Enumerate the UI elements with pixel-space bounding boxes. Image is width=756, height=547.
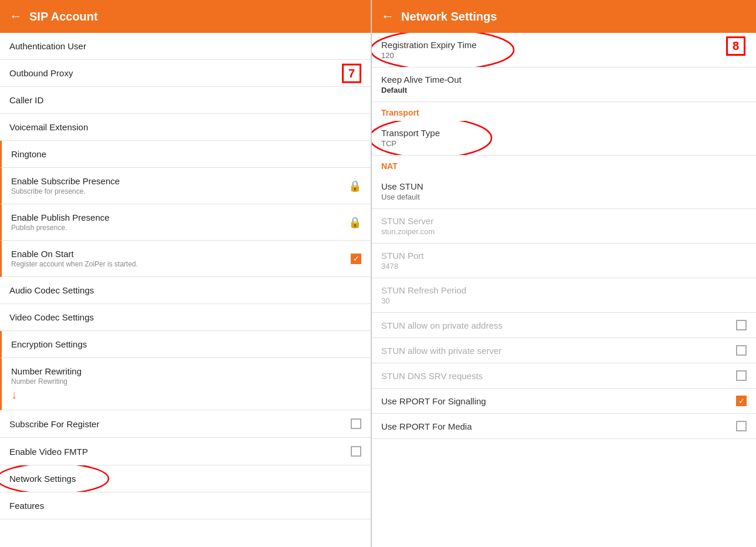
reg-expiry-value: 120	[381, 51, 477, 60]
checkbox-stun-private[interactable]	[736, 320, 747, 330]
right-item-stun-dns[interactable]: STUN DNS SRV requests	[372, 363, 756, 389]
right-item-use-rport-signalling[interactable]: Use RPORT For Signalling ✓	[372, 389, 756, 414]
features-label: Features	[9, 501, 44, 511]
right-item-stun-server[interactable]: STUN Server stun.zoiper.com	[372, 209, 756, 244]
left-item-features[interactable]: Features	[0, 492, 371, 519]
checkbox-on-start[interactable]: ✓	[351, 254, 361, 264]
outbound-proxy-label: Outbound Proxy	[9, 68, 73, 78]
stun-refresh-label: STUN Refresh Period	[381, 285, 466, 295]
right-content: Registration Expiry Time 120 Keep Alive …	[372, 33, 756, 547]
right-item-stun-port[interactable]: STUN Port 3478	[372, 244, 756, 278]
right-panel-title: Network Settings	[401, 10, 497, 23]
stun-dns-label: STUN DNS SRV requests	[381, 371, 483, 381]
stun-server-label: STUN Server	[381, 216, 435, 226]
left-item-subscribe-register[interactable]: Subscribe For Register	[0, 410, 371, 438]
right-item-keep-alive[interactable]: Keep Alive Time-Out Default	[372, 67, 756, 102]
encryption-label: Encryption Settings	[11, 339, 87, 349]
enable-video-fmtp-label: Enable Video FMTP	[9, 447, 88, 457]
section-transport: Transport	[372, 102, 756, 121]
stun-private-server-label: STUN allow with private server	[381, 346, 501, 356]
annotation-8: 8	[726, 36, 745, 56]
right-item-use-stun[interactable]: Use STUN Use default	[372, 174, 756, 209]
network-settings-label: Network Settings	[9, 474, 76, 484]
left-item-voicemail[interactable]: Voicemail Extension	[0, 114, 371, 141]
left-item-encryption[interactable]: Encryption Settings	[0, 331, 371, 358]
keep-alive-value: Default	[381, 86, 462, 94]
checkbox-subscribe-register[interactable]	[351, 418, 361, 429]
annotation-7: 7	[342, 63, 361, 83]
ringtone-label: Ringtone	[11, 149, 46, 159]
right-item-transport-type[interactable]: Transport Type TCP	[372, 121, 756, 156]
checkbox-stun-dns[interactable]	[736, 370, 747, 381]
lock-icon-publish: 🔒	[348, 216, 361, 229]
checkbox-rport-media[interactable]	[736, 421, 747, 431]
stun-port-label: STUN Port	[381, 251, 424, 261]
left-item-ringtone[interactable]: Ringtone	[0, 141, 371, 168]
enable-subscribe-label: Enable Subscribe Presence	[11, 176, 120, 186]
left-item-video-codec[interactable]: Video Codec Settings	[0, 304, 371, 331]
left-item-auth-user[interactable]: Authentication User	[0, 33, 371, 60]
left-header: ← SIP Account	[0, 0, 371, 33]
use-rport-media-label: Use RPORT For Media	[381, 421, 472, 431]
auth-user-label: Authentication User	[9, 41, 86, 51]
stun-private-label: STUN allow on private address	[381, 320, 503, 330]
right-item-reg-expiry[interactable]: Registration Expiry Time 120	[372, 33, 756, 67]
right-header: ← Network Settings	[372, 0, 756, 33]
use-rport-signalling-label: Use RPORT For Signalling	[381, 396, 486, 406]
right-item-stun-private-server[interactable]: STUN allow with private server	[372, 338, 756, 363]
enable-on-start-label: Enable On Start	[11, 249, 138, 259]
stun-port-value: 3478	[381, 262, 424, 271]
keep-alive-label: Keep Alive Time-Out	[381, 75, 462, 85]
voicemail-label: Voicemail Extension	[9, 122, 88, 132]
left-item-outbound-proxy[interactable]: Outbound Proxy 7	[0, 60, 371, 87]
checkbox-rport-signalling[interactable]: ✓	[736, 396, 747, 406]
left-item-enable-publish[interactable]: Enable Publish Presence Publish presence…	[0, 204, 371, 241]
transport-type-label: Transport Type	[381, 128, 440, 138]
caller-id-label: Caller ID	[9, 95, 43, 105]
left-item-caller-id[interactable]: Caller ID	[0, 87, 371, 114]
stun-server-value: stun.zoiper.com	[381, 227, 435, 236]
left-panel: ← SIP Account Authentication User Outbou…	[0, 0, 372, 547]
left-item-network-settings[interactable]: Network Settings	[0, 465, 371, 492]
left-item-enable-subscribe[interactable]: Enable Subscribe Presence Subscribe for …	[0, 168, 371, 204]
right-item-use-rport-media[interactable]: Use RPORT For Media	[372, 414, 756, 439]
left-item-enable-video-fmtp[interactable]: Enable Video FMTP	[0, 438, 371, 465]
left-panel-title: SIP Account	[29, 10, 98, 23]
enable-publish-label: Enable Publish Presence	[11, 212, 110, 222]
checkbox-video-fmtp[interactable]	[351, 446, 361, 457]
stun-refresh-value: 30	[381, 296, 466, 305]
enable-publish-sublabel: Publish presence.	[11, 224, 110, 232]
lock-icon-subscribe: 🔒	[348, 180, 361, 193]
down-arrow-icon: ↓	[11, 388, 82, 401]
main-container: ← SIP Account Authentication User Outbou…	[0, 0, 756, 547]
use-stun-value: Use default	[381, 193, 423, 201]
audio-codec-label: Audio Codec Settings	[9, 285, 94, 295]
enable-on-start-sublabel: Register account when ZoiPer is started.	[11, 260, 138, 268]
right-item-stun-private[interactable]: STUN allow on private address	[372, 313, 756, 338]
left-item-number-rewriting[interactable]: Number Rewriting Number Rewriting ↓	[0, 358, 371, 410]
reg-expiry-label: Registration Expiry Time	[381, 40, 477, 50]
left-back-button[interactable]: ←	[9, 9, 22, 24]
right-item-stun-refresh[interactable]: STUN Refresh Period 30	[372, 278, 756, 313]
video-codec-label: Video Codec Settings	[9, 312, 94, 322]
use-stun-label: Use STUN	[381, 181, 423, 191]
checkbox-stun-private-server[interactable]	[736, 345, 747, 356]
subscribe-register-label: Subscribe For Register	[9, 419, 99, 429]
left-item-audio-codec[interactable]: Audio Codec Settings	[0, 277, 371, 304]
right-back-button[interactable]: ←	[381, 9, 394, 24]
number-rewriting-label: Number Rewriting	[11, 366, 82, 376]
right-panel: ← Network Settings 8 Registration Expiry…	[372, 0, 756, 547]
left-item-enable-on-start[interactable]: Enable On Start Register account when Zo…	[0, 241, 371, 277]
section-nat: NAT	[372, 156, 756, 174]
enable-subscribe-sublabel: Subscribe for presence.	[11, 187, 120, 195]
transport-type-value: TCP	[381, 139, 440, 148]
number-rewriting-sublabel: Number Rewriting	[11, 377, 82, 386]
left-content: Authentication User Outbound Proxy 7 Cal…	[0, 33, 371, 547]
